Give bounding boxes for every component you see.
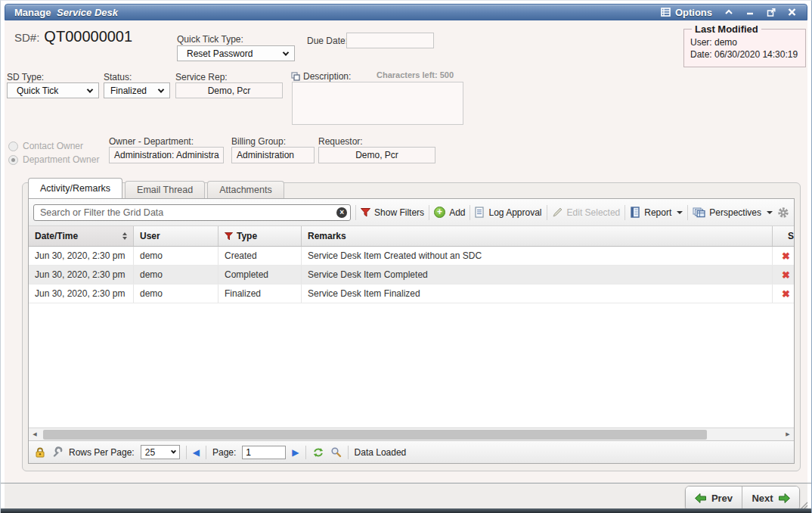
tab-email-thread[interactable]: Email Thread (125, 181, 205, 198)
cell-type: Created (218, 247, 302, 265)
refresh-icon[interactable] (312, 447, 324, 458)
report-label: Report (644, 207, 671, 218)
requestor-label: Requestor: (318, 136, 363, 147)
window-controls: Options (661, 7, 796, 18)
grid-toolbar: × Show Filters Add (29, 199, 794, 226)
chevron-down-icon (158, 86, 164, 92)
description-header: Description: (291, 71, 351, 82)
description-label: Description: (303, 71, 351, 82)
tab-strip: Activity/Remarks Email Thread Attachment… (28, 178, 284, 198)
gear-icon[interactable] (777, 207, 789, 219)
scrollbar-thumb[interactable] (43, 430, 707, 440)
popout-description-icon[interactable] (291, 72, 300, 81)
cell-datetime: Jun 30, 2020, 2:30 pm (29, 284, 134, 303)
manage-service-desk-window: Manage Service Desk Options (0, 0, 812, 513)
last-modified-date: Date: 06/30/2020 14:30:19 (690, 49, 799, 60)
billing-group-field: Administration (231, 147, 315, 163)
contact-owner-label: Contact Owner (23, 141, 83, 151)
window-bottom-edge (1, 508, 811, 513)
log-approval-label: Log Approval (488, 207, 541, 218)
department-owner-label: Department Owner (23, 154, 99, 165)
horizontal-scrollbar[interactable]: ◀ ▶ (29, 428, 794, 440)
delete-row-icon[interactable]: ✖ (782, 288, 790, 300)
clear-search-icon[interactable]: × (336, 207, 347, 218)
pager-separator (206, 446, 206, 459)
column-header-remarks[interactable]: Remarks (302, 226, 773, 246)
log-approval-button[interactable]: Log Approval (475, 207, 541, 218)
close-icon[interactable] (788, 8, 796, 16)
column-header-type[interactable]: Type (218, 226, 302, 246)
scroll-left-icon[interactable]: ◀ (29, 428, 41, 440)
report-notebook-icon (630, 207, 640, 218)
chevron-down-icon (171, 449, 176, 454)
rows-per-page-label: Rows Per Page: (69, 447, 135, 458)
tab-attachments[interactable]: Attachments (207, 181, 284, 198)
show-filters-button[interactable]: Show Filters (361, 207, 424, 218)
add-label: Add (449, 207, 465, 218)
add-button[interactable]: Add (434, 207, 465, 218)
last-modified-user: User: demo (690, 37, 799, 48)
search-input[interactable] (33, 204, 351, 221)
sort-icon[interactable] (122, 232, 127, 240)
tab-activity-remarks[interactable]: Activity/Remarks (28, 178, 122, 198)
column-header-user[interactable]: User (134, 226, 218, 246)
report-button[interactable]: Report (630, 207, 683, 218)
toolbar-separator (547, 205, 547, 220)
last-modified-box: Last Modified User: demo Date: 06/30/202… (683, 23, 806, 67)
lock-icon[interactable] (35, 446, 45, 458)
window-titlebar: Manage Service Desk Options (5, 4, 807, 20)
delete-row-icon[interactable]: ✖ (782, 269, 790, 281)
table-row[interactable]: Jun 30, 2020, 2:30 pm demo Finalized Ser… (29, 284, 795, 303)
table-row[interactable]: Jun 30, 2020, 2:30 pm demo Created Servi… (29, 247, 795, 266)
department-owner-radio[interactable]: Department Owner (8, 154, 99, 165)
toolbar-separator (429, 205, 429, 220)
quick-tick-type-select[interactable]: Reset Password (177, 45, 295, 61)
pencil-icon (552, 207, 563, 218)
edit-selected-label: Edit Selected (567, 207, 621, 218)
toolbar-separator (624, 205, 625, 220)
options-button[interactable]: Options (661, 7, 712, 18)
grid-empty-area (29, 303, 794, 428)
magnifier-icon[interactable] (330, 446, 342, 458)
next-button[interactable]: Next (742, 487, 799, 510)
minimize-icon[interactable] (745, 8, 755, 16)
sd-type-select[interactable]: Quick Tick (7, 82, 99, 98)
cell-remarks: Service Desk Item Completed (302, 266, 773, 284)
cell-remarks: Service Desk Item Created without an SDC (302, 247, 773, 265)
collapse-icon[interactable] (724, 8, 733, 16)
previous-page-icon[interactable]: ◀ (193, 448, 200, 457)
title-emphasis: Service Desk (57, 7, 118, 18)
chevron-down-icon (283, 49, 289, 55)
table-row[interactable]: Jun 30, 2020, 2:30 pm demo Completed Ser… (29, 266, 795, 284)
sd-number-label: SD#: (14, 31, 39, 44)
quick-tick-type-value: Reset Password (187, 48, 253, 59)
due-date-field[interactable] (346, 33, 434, 48)
show-filters-label: Show Filters (374, 207, 424, 218)
popout-icon[interactable] (767, 8, 776, 17)
page-number-input[interactable] (242, 446, 286, 459)
service-rep-field: Demo, Pcr (175, 82, 283, 98)
column-header-show[interactable]: Show (773, 226, 795, 246)
edit-selected-button[interactable]: Edit Selected (552, 207, 621, 218)
grid-pagination-bar: Rows Per Page: 25 ◀ Page: ▶ (29, 440, 794, 463)
description-textarea[interactable] (292, 82, 463, 125)
wrench-icon[interactable] (51, 446, 63, 458)
column-header-datetime[interactable]: Date/Time (29, 226, 134, 246)
cell-delete: ✖ (773, 266, 795, 284)
page-label: Page: (212, 447, 236, 458)
perspectives-button[interactable]: Perspectives (693, 207, 773, 218)
pager-separator (186, 446, 187, 459)
status-select[interactable]: Finalized (104, 82, 170, 98)
next-page-icon[interactable]: ▶ (292, 448, 299, 457)
delete-row-icon[interactable]: ✖ (782, 250, 790, 262)
perspectives-label: Perspectives (709, 207, 761, 218)
toolbar-separator (355, 205, 356, 220)
contact-owner-radio[interactable]: Contact Owner (8, 141, 83, 151)
due-date-label: Due Date: (307, 36, 348, 46)
rows-per-page-select[interactable]: 25 (141, 445, 180, 459)
cell-user: demo (134, 284, 218, 303)
footer-nav-buttons: Prev Next (685, 486, 800, 511)
scroll-right-icon[interactable]: ▶ (782, 428, 794, 440)
green-arrow-left-icon (695, 493, 706, 503)
prev-button[interactable]: Prev (686, 487, 742, 510)
